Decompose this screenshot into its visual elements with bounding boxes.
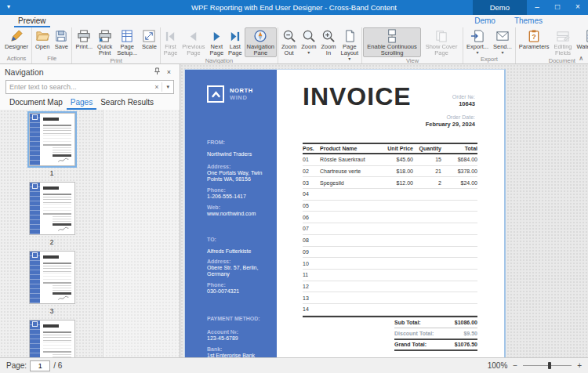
designer-icon — [9, 29, 24, 43]
themes-link[interactable]: Themes — [514, 16, 543, 25]
close-button[interactable]: × — [568, 0, 588, 15]
thumbnail-band — [30, 183, 40, 234]
invoice-title: INVOICE — [303, 82, 412, 111]
first-page-button: First Page — [162, 27, 180, 57]
last-page-button[interactable]: Last Page — [226, 27, 245, 57]
ribbon-group-actions: Designer Actions — [2, 27, 32, 63]
thumbnail-page-preview — [29, 182, 75, 235]
thumbnail-title-bar — [43, 118, 59, 121]
status-bar: Page: / 6 100% − + — [0, 357, 588, 373]
editing-fields-icon — [556, 29, 570, 43]
editing-fields-button: Editing Fields — [552, 27, 575, 57]
demo-link[interactable]: Demo — [474, 16, 495, 25]
minimize-button[interactable]: – — [527, 0, 547, 15]
thumbnail-area-empty — [105, 110, 180, 357]
watermark-icon — [584, 29, 588, 43]
ribbon-group-zoom: Zoom Out Zoom ▾ Zoom In Page Layout — [278, 27, 362, 63]
ribbon-body: Designer Actions Open Save Fil — [0, 27, 588, 63]
navigation-panel-header: Navigation × — [0, 64, 180, 77]
send-button[interactable]: Send... ▾ — [491, 27, 514, 56]
panel-close-icon[interactable]: × — [163, 68, 175, 76]
zoom-icon — [302, 29, 316, 43]
scale-button[interactable]: Scale — [140, 27, 159, 57]
thumbnail-title-bar — [43, 255, 59, 259]
thumbnail-page-number: 1 — [27, 169, 77, 177]
invoice-table-row: 02 Chartreuse verte $18.00 21 $378.00 — [303, 166, 477, 178]
next-page-button[interactable]: Next Page — [208, 27, 227, 57]
document-preview-area[interactable]: NORTH WIND FROM: Northwind Traders Addre… — [180, 64, 588, 357]
search-input[interactable] — [9, 83, 151, 91]
order-date-value: February 29, 2024 — [426, 121, 475, 128]
tab-document-map[interactable]: Document Map — [5, 96, 67, 110]
tab-search-results[interactable]: Search Results — [96, 96, 158, 110]
zoom-in-slider-icon[interactable]: + — [577, 361, 582, 370]
demo-titlebar-button[interactable]: Demo — [473, 0, 527, 15]
search-options-caret-icon[interactable]: ▾ — [162, 84, 170, 90]
export-button[interactable]: Export... ▾ — [464, 27, 491, 56]
maximize-button[interactable]: □ — [547, 0, 568, 15]
navigation-pane-button[interactable]: Navigation Pane — [245, 27, 277, 57]
thumbnail-band — [30, 114, 40, 165]
page-thumbnail[interactable]: 1 — [27, 113, 77, 177]
page-setup-button[interactable]: Page Setup... — [114, 27, 140, 57]
page-number-input[interactable] — [30, 360, 50, 371]
zoom-slider-thumb[interactable] — [548, 362, 551, 369]
save-button[interactable]: Save — [52, 27, 71, 55]
thumbnail-signature-squiggle — [57, 295, 70, 302]
dropdown-caret-icon: ▾ — [307, 50, 310, 55]
navigation-tabs: Document Map Pages Search Results — [0, 96, 180, 110]
watermark-button[interactable]: Watermark — [574, 27, 588, 57]
from-web: www.northwind.com — [207, 211, 271, 217]
to-section-label: TO: — [207, 237, 271, 243]
to-address-label: Address: — [207, 259, 271, 265]
page-layout-button[interactable]: Page Layout ▾ — [339, 27, 361, 62]
cover-page-icon — [434, 29, 448, 43]
search-box: × ▾ — [5, 80, 174, 94]
page-thumbnail[interactable]: 4 — [27, 320, 77, 357]
zoom-out-slider-icon[interactable]: − — [513, 361, 517, 370]
navigation-panel-title: Navigation — [5, 67, 151, 77]
zoom-out-button[interactable]: Zoom Out — [279, 27, 299, 62]
export-icon — [470, 29, 485, 43]
save-floppy-icon — [54, 29, 68, 43]
quick-print-icon — [98, 29, 112, 43]
previous-page-icon — [187, 29, 199, 43]
quick-print-button[interactable]: Quick Print — [95, 27, 114, 57]
pin-icon[interactable] — [151, 67, 163, 77]
thumbnail-band — [30, 320, 40, 357]
ribbon: Preview Demo Themes Designer Actions — [0, 15, 588, 64]
continuous-scrolling-icon — [385, 29, 399, 43]
collapse-ribbon-icon[interactable]: ∧ — [579, 55, 583, 62]
zoom-slider[interactable] — [523, 365, 572, 366]
page-thumbnail[interactable]: 2 — [27, 182, 77, 246]
search-clear-icon[interactable]: × — [151, 83, 162, 91]
invoice-table: Pos. Product Name Unit Price Quantity To… — [303, 143, 477, 351]
logo-line2: WIND — [230, 94, 253, 101]
thumbnail-page-number: 3 — [27, 307, 77, 315]
order-date-label: Order Date: — [426, 114, 475, 121]
designer-button[interactable]: Designer — [2, 27, 31, 55]
invoice-side-band: NORTH WIND FROM: Northwind Traders Addre… — [185, 70, 277, 357]
zoom-in-icon — [321, 29, 336, 43]
thumbnail-list[interactable]: 1 — [0, 110, 104, 357]
page-layout-icon — [343, 29, 357, 43]
tab-preview[interactable]: Preview — [14, 16, 50, 27]
dropdown-caret-icon: ▾ — [477, 50, 479, 55]
open-button[interactable]: Open — [33, 27, 52, 55]
tab-pages[interactable]: Pages — [67, 96, 96, 110]
enable-continuous-scrolling-button[interactable]: Enable Continuous Scrolling — [363, 27, 421, 57]
page-thumbnail[interactable]: 3 — [27, 251, 77, 315]
zoom-percentage: 100% — [488, 361, 508, 370]
ribbon-group-export: Export... ▾ Send... ▾ Export — [463, 27, 516, 63]
payment-account: 123-45-6789 — [207, 335, 271, 342]
thumbnail-page-preview — [29, 113, 75, 166]
zoom-in-button[interactable]: Zoom In — [318, 27, 338, 62]
zoom-out-icon — [282, 29, 296, 43]
show-cover-page-button: Show Cover Page — [421, 27, 462, 57]
print-button[interactable]: Print... — [73, 27, 95, 57]
thumbnail-page-number: 2 — [27, 238, 77, 246]
zoom-dropdown-button[interactable]: Zoom ▾ — [299, 27, 318, 62]
dropdown-caret-icon: ▾ — [348, 56, 350, 61]
parameters-button[interactable]: ? Parameters — [517, 27, 552, 57]
from-company: Northwind Traders — [207, 151, 271, 158]
